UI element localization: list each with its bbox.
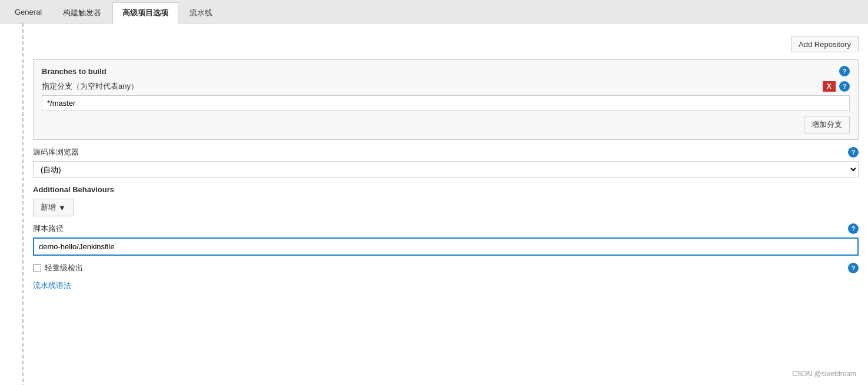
tab-build-trigger[interactable]: 构建触发器 [53, 2, 111, 23]
branch-field-row: 指定分支（为空时代表any） X ? [42, 81, 850, 92]
pipeline-syntax-link[interactable]: 流水线语法 [33, 281, 71, 290]
tab-bar: General 构建触发器 高级项目选项 流水线 [0, 0, 868, 24]
tab-general[interactable]: General [5, 2, 52, 23]
branches-help-icon[interactable]: ? [839, 66, 850, 76]
script-path-label-row: 脚本路径 ? [33, 223, 859, 234]
add-behaviour-arrow-icon: ▼ [58, 203, 66, 212]
script-path-section: 脚本路径 ? [33, 223, 859, 256]
source-browser-label: 源码库浏览器 [33, 147, 79, 158]
branches-header: Branches to build ? [42, 66, 850, 76]
lightweight-checkout-label-group: 轻量级检出 [33, 263, 83, 273]
branches-section: Branches to build ? 指定分支（为空时代表any） X ? [33, 59, 859, 140]
source-browser-help-icon[interactable]: ? [848, 147, 859, 158]
additional-behaviours-section: Additional Behaviours 新增 ▼ [33, 185, 859, 216]
branch-field-container: 指定分支（为空时代表any） X ? [42, 81, 850, 116]
tab-pipeline[interactable]: 流水线 [179, 2, 222, 23]
delete-branch-button[interactable]: X [823, 81, 836, 92]
right-content: Add Repository Branches to build ? 指定分支（… [24, 24, 868, 385]
branch-input[interactable] [42, 95, 850, 111]
lightweight-checkout-label: 轻量级检出 [45, 263, 83, 273]
branch-field-help-icon[interactable]: ? [839, 81, 850, 92]
additional-behaviours-title: Additional Behaviours [33, 185, 114, 194]
add-repo-row: Add Repository [33, 29, 859, 59]
script-path-input[interactable] [33, 237, 859, 256]
watermark: CSDN @sleetdream [792, 370, 856, 378]
source-browser-label-row: 源码库浏览器 ? [33, 147, 859, 158]
lightweight-checkout-row: 轻量级检出 ? [33, 263, 859, 273]
main-content: Add Repository Branches to build ? 指定分支（… [0, 24, 868, 385]
left-border [0, 24, 24, 385]
add-repository-button[interactable]: Add Repository [791, 36, 859, 52]
add-branch-button[interactable]: 增加分支 [804, 116, 850, 133]
lightweight-checkout-help-icon[interactable]: ? [848, 263, 859, 273]
additional-behaviours-header: Additional Behaviours [33, 185, 859, 194]
branch-field-actions: X ? [823, 81, 850, 92]
source-browser-select[interactable]: (自动) [33, 161, 859, 178]
add-branch-row: 增加分支 [42, 116, 850, 133]
script-path-help-icon[interactable]: ? [848, 223, 859, 234]
script-path-label: 脚本路径 [33, 223, 64, 234]
add-behaviour-button[interactable]: 新增 ▼ [33, 199, 74, 216]
branches-title: Branches to build [42, 67, 107, 76]
source-browser-section: 源码库浏览器 ? (自动) [33, 147, 859, 178]
tab-advanced-options[interactable]: 高级项目选项 [112, 2, 178, 24]
add-behaviour-label: 新增 [41, 202, 56, 213]
lightweight-checkout-checkbox[interactable] [33, 264, 41, 272]
branch-field-label: 指定分支（为空时代表any） [42, 81, 138, 92]
